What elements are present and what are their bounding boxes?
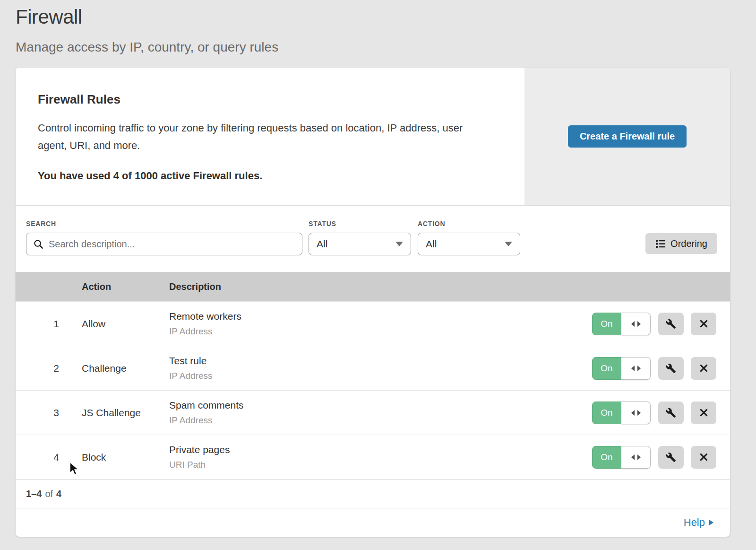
rule-description-cell: Private pages URI Path <box>169 444 592 470</box>
wrench-icon <box>666 408 676 418</box>
rule-controls: On <box>592 402 716 424</box>
search-input[interactable] <box>49 239 295 250</box>
caret-right-icon <box>637 366 641 371</box>
close-icon <box>699 408 709 418</box>
rule-enabled-toggle[interactable]: On <box>592 446 651 469</box>
caret-right-icon <box>637 454 641 460</box>
wrench-icon <box>666 319 676 329</box>
action-dropdown[interactable]: All <box>418 233 520 255</box>
chevron-right-icon <box>709 520 713 525</box>
status-dropdown[interactable]: All <box>309 233 411 255</box>
caret-right-icon <box>637 410 641 416</box>
close-icon <box>699 363 709 373</box>
table-header: Action Description <box>16 272 730 301</box>
edit-rule-button[interactable] <box>658 357 684 380</box>
rule-description-cell: Remote workers IP Address <box>169 311 592 337</box>
rule-match-type: IP Address <box>169 371 592 381</box>
ordering-button[interactable]: Ordering <box>645 233 717 254</box>
rule-enabled-toggle[interactable]: On <box>592 313 651 335</box>
wrench-icon <box>666 452 676 463</box>
rule-priority: 3 <box>16 407 59 419</box>
toggle-drag-handle[interactable] <box>621 446 651 469</box>
delete-rule-button[interactable] <box>691 313 716 335</box>
hero-text-block: Firewall Rules Control incoming traffic … <box>16 68 524 205</box>
usage-note: You have used 4 of 1000 active Firewall … <box>38 170 506 182</box>
delete-rule-button[interactable] <box>691 446 716 469</box>
rule-priority: 2 <box>16 363 59 374</box>
hero-title: Firewall Rules <box>38 92 506 107</box>
hero-section: Firewall Rules Control incoming traffic … <box>16 68 730 206</box>
help-link[interactable]: Help <box>684 516 713 529</box>
table-row: 1 Allow Remote workers IP Address On <box>16 301 730 346</box>
caret-down-icon <box>505 242 512 246</box>
caret-right-icon <box>637 321 641 327</box>
rule-priority: 1 <box>16 318 59 330</box>
rule-description: Private pages <box>169 444 592 455</box>
caret-down-icon <box>395 242 403 246</box>
rule-action: JS Challenge <box>82 407 169 419</box>
caret-left-icon <box>631 410 635 416</box>
rule-match-type: IP Address <box>169 415 592 426</box>
rule-match-type: IP Address <box>169 326 592 337</box>
toggle-on-segment[interactable]: On <box>592 313 621 335</box>
rule-action: Block <box>82 452 169 463</box>
page-header: Firewall Manage access by IP, country, o… <box>0 0 756 55</box>
pagination: 1–4 of 4 <box>16 479 730 508</box>
page-subtitle: Manage access by IP, country, or query r… <box>16 40 756 55</box>
rule-priority: 4 <box>16 452 59 463</box>
toggle-on-segment[interactable]: On <box>592 446 621 469</box>
create-firewall-rule-button[interactable]: Create a Firewall rule <box>568 125 687 148</box>
delete-rule-button[interactable] <box>691 402 716 424</box>
rule-action: Allow <box>82 318 169 330</box>
pagination-range: 1–4 <box>26 489 42 499</box>
status-dropdown-value: All <box>317 238 327 250</box>
create-rule-panel: Create a Firewall rule <box>524 68 730 205</box>
toggle-drag-handle[interactable] <box>621 357 651 380</box>
help-link-label: Help <box>684 516 705 529</box>
rule-description-cell: Spam comments IP Address <box>169 400 592 426</box>
table-row: 4 Block Private pages URI Path On <box>16 435 730 479</box>
table-row: 2 Challenge Test rule IP Address On <box>16 346 730 390</box>
ordering-button-label: Ordering <box>670 238 707 249</box>
column-header-description: Description <box>169 281 221 292</box>
rule-description: Remote workers <box>169 311 592 322</box>
rule-description-cell: Test rule IP Address <box>169 355 592 381</box>
edit-rule-button[interactable] <box>658 402 684 424</box>
table-row: 3 JS Challenge Spam comments IP Address … <box>16 390 730 435</box>
search-field[interactable] <box>26 233 302 255</box>
rule-controls: On <box>592 357 716 380</box>
toggle-on-segment[interactable]: On <box>592 402 621 424</box>
toggle-drag-handle[interactable] <box>621 313 651 335</box>
rule-controls: On <box>592 313 716 335</box>
wrench-icon <box>666 363 676 374</box>
filter-bar: SEARCH STATUS ACTION All All <box>16 206 730 272</box>
rule-description: Test rule <box>169 355 592 367</box>
pagination-total: 4 <box>56 489 61 499</box>
toggle-on-segment[interactable]: On <box>592 357 621 380</box>
status-label: STATUS <box>309 220 336 227</box>
bullet-list-icon <box>655 238 666 249</box>
action-label: ACTION <box>418 220 445 227</box>
rule-controls: On <box>592 446 716 469</box>
close-icon <box>699 319 709 329</box>
action-dropdown-value: All <box>426 238 437 250</box>
caret-left-icon <box>631 454 635 460</box>
page-title: Firewall <box>16 6 756 28</box>
rule-enabled-toggle[interactable]: On <box>592 357 651 380</box>
rule-match-type: URI Path <box>169 460 592 470</box>
toggle-drag-handle[interactable] <box>621 402 651 424</box>
delete-rule-button[interactable] <box>691 357 716 380</box>
column-header-action: Action <box>82 281 169 292</box>
rule-enabled-toggle[interactable]: On <box>592 402 651 424</box>
rules-table: 1 Allow Remote workers IP Address On <box>16 301 730 479</box>
edit-rule-button[interactable] <box>658 313 684 335</box>
close-icon <box>699 452 709 462</box>
hero-description: Control incoming traffic to your zone by… <box>38 119 487 154</box>
magnifier-icon <box>33 239 44 250</box>
caret-left-icon <box>631 321 635 327</box>
firewall-rules-card: Firewall Rules Control incoming traffic … <box>16 68 730 537</box>
caret-left-icon <box>631 366 635 371</box>
edit-rule-button[interactable] <box>658 446 684 469</box>
rule-description: Spam comments <box>169 400 592 411</box>
card-footer: Help <box>16 508 730 537</box>
